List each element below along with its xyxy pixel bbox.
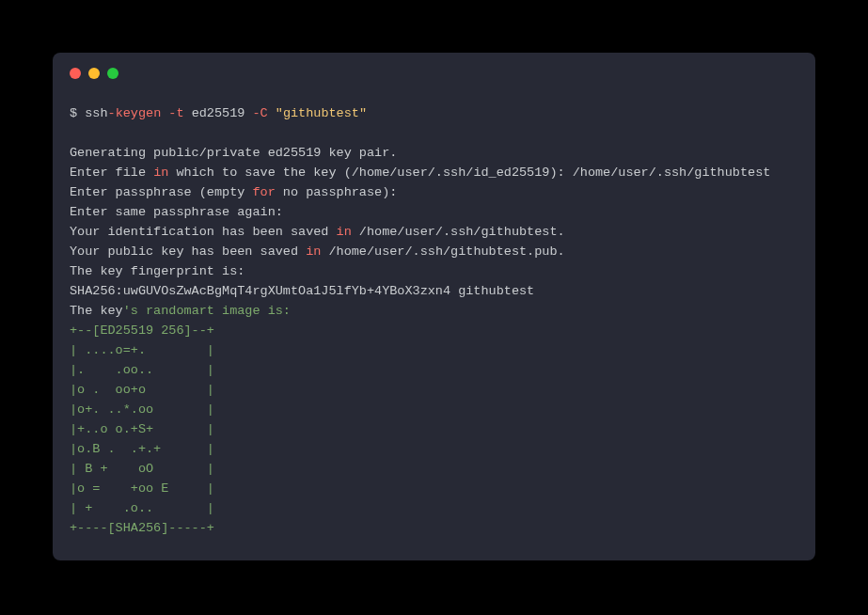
output-line: The key fingerprint is: (70, 264, 245, 278)
keyword-in: in (306, 244, 321, 259)
window-titlebar (70, 68, 798, 79)
output-line: Your identification has been saved (70, 225, 337, 239)
randomart-line: |o = +oo E | (70, 481, 214, 496)
randomart-line: |o . oo+o | (70, 383, 214, 397)
alg-token: ed25519 (184, 106, 253, 120)
output-line: /home/user/.ssh/githubtest. (352, 225, 565, 239)
prompt-text: $ ssh (70, 106, 108, 120)
keygen-token: keygen (116, 106, 162, 120)
keyword-for: for (252, 185, 275, 199)
output-line: /home/user/.ssh/githubtest.pub. (321, 244, 564, 259)
terminal-content: $ ssh-keygen -t ed25519 -C "githubtest" … (70, 103, 798, 538)
output-line: Enter file (70, 166, 153, 180)
randomart-line: |o+. ..*.oo | (70, 402, 214, 417)
randomart-line: |o.B . .+.+ | (70, 442, 214, 456)
output-line: Enter passphrase (empty (70, 185, 252, 199)
close-icon[interactable] (70, 68, 81, 79)
randomart-line: | ....o=+. | (70, 343, 214, 357)
flag-c-token: -C (252, 106, 267, 120)
terminal-window: $ ssh-keygen -t ed25519 -C "githubtest" … (53, 53, 815, 560)
space-token (268, 106, 276, 120)
output-line: The key (70, 304, 123, 318)
output-line: Enter same passphrase again: (70, 205, 283, 219)
keyword-in: in (153, 166, 168, 180)
output-line: Your public key has been saved (70, 244, 306, 259)
maximize-icon[interactable] (107, 68, 118, 79)
randomart-line: |. .oo.. | (70, 363, 214, 377)
minimize-icon[interactable] (88, 68, 100, 79)
output-line: Generating public/private ed25519 key pa… (70, 146, 397, 160)
randomart-line: |+..o o.+S+ | (70, 422, 214, 436)
keyword-in: in (337, 225, 352, 239)
comment-string: "githubtest" (276, 106, 367, 120)
output-line: which to save the key (/home/user/.ssh/i… (168, 166, 770, 180)
flag-t-token: -t (161, 106, 183, 120)
output-line: SHA256:uwGUVOsZwAcBgMqT4rgXUmtOa1J5lfYb+… (70, 284, 534, 298)
randomart-line: +--[ED25519 256]--+ (70, 323, 214, 338)
randomart-label: 's randomart image is: (123, 304, 291, 318)
randomart-line: | B + oO | (70, 462, 214, 476)
output-line: no passphrase): (276, 185, 398, 199)
randomart-line: | + .o.. | (70, 501, 214, 515)
randomart-line: +----[SHA256]-----+ (70, 521, 214, 535)
dash-token: - (108, 106, 116, 120)
